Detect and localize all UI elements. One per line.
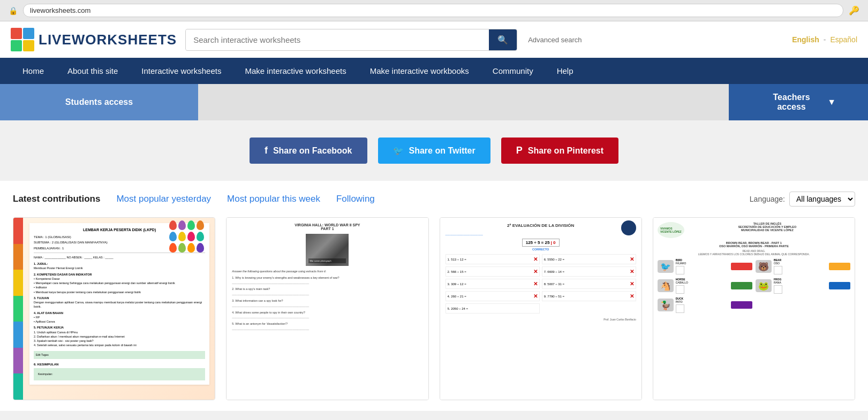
tab-popular-yesterday[interactable]: Most popular yesterday: [116, 194, 211, 204]
ws4-header: VIVAMOSVICENTE LÓPEZ TALLER DE INGLÉSSEC…: [658, 222, 850, 238]
students-access-button[interactable]: Students access: [0, 84, 198, 120]
lang-english[interactable]: English: [792, 35, 819, 44]
ws2-questions: Answer the following questions about the…: [232, 269, 422, 331]
nav-bar: Home About this site Interactive workshe…: [0, 58, 868, 84]
nav-about[interactable]: About this site: [56, 58, 130, 84]
pinterest-icon: P: [516, 145, 523, 156]
worksheet-preview-3: 2ª EVALUACIÓN DE LA DIVISIÓN ___________…: [440, 218, 641, 400]
share-twitter-button[interactable]: 🐦 Share on Twitter: [378, 138, 490, 164]
ws2-image: War scene photograph: [306, 234, 349, 266]
search-input[interactable]: [186, 30, 489, 50]
div-problem-8: 8. 5007 ÷ 31 = ✕: [542, 279, 636, 289]
share-twitter-label: Share on Twitter: [409, 146, 475, 156]
ws3-header: _______________________: [446, 232, 636, 235]
search-container: 🔍: [185, 29, 517, 51]
worksheets-grid: LEMBAR KERJA PESERTA DIDIK (LKPD) TEMA :…: [13, 217, 855, 400]
animal-horse: 🐴 HORSE CABALLO: [658, 278, 752, 294]
nav-help[interactable]: Help: [545, 58, 585, 84]
worksheet-preview-4: VIVAMOSVICENTE LÓPEZ TALLER DE INGLÉSSEC…: [653, 218, 855, 400]
browser-bar: 🔒 liveworksheets.com 🔑: [0, 0, 868, 21]
language-filter: Language: All languages: [750, 192, 855, 207]
facebook-icon: f: [265, 145, 268, 156]
tab-popular-week[interactable]: Most popular this week: [227, 194, 320, 204]
content-tabs: Latest contributions Most popular yester…: [13, 192, 855, 207]
div-problem-1: 1. 513 ÷ 12 = ✕: [446, 254, 540, 264]
language-select[interactable]: All languages: [789, 192, 855, 207]
nav-interactive-worksheets[interactable]: Interactive worksheets: [130, 58, 233, 84]
key-icon: 🔑: [849, 5, 859, 16]
div-problem-7: 7. 6609 ÷ 14 = ✕: [542, 266, 636, 277]
teachers-access-arrow: ▼: [827, 97, 836, 107]
lock-icon: 🔒: [9, 6, 18, 15]
share-facebook-label: Share on Facebook: [273, 146, 352, 156]
animal-frog: 🐸 FROG RANA: [756, 278, 850, 294]
div-problem-6: 6. 5550 ÷ 22 = ✕: [542, 254, 636, 264]
language-selector: English - Español: [792, 35, 857, 44]
logo-icon: [11, 28, 34, 51]
address-bar[interactable]: liveworksheets.com: [23, 4, 843, 17]
share-section: f Share on Facebook 🐦 Share on Twitter P…: [0, 120, 868, 181]
access-spacer: [198, 84, 729, 120]
division-grid: 1. 513 ÷ 12 = ✕ 6. 5550 ÷ 22 = ✕ 2. 566 …: [446, 254, 636, 314]
ws4-logo: VIVAMOSVICENTE LÓPEZ: [658, 222, 684, 238]
worksheet-balloons: [169, 220, 212, 253]
worksheet-preview-1: LEMBAR KERJA PESERTA DIDIK (LKPD) TEMA :…: [13, 218, 215, 400]
nav-community[interactable]: Community: [481, 58, 545, 84]
logo-text: LIVEWORKSHEETS: [39, 32, 177, 48]
ws2-title: VIRGINIA HALL: WORLD WAR II SPYPART 1: [232, 223, 422, 231]
worksheet-card-1[interactable]: LEMBAR KERJA PESERTA DIDIK (LKPD) TEMA :…: [13, 217, 215, 400]
share-pinterest-label: Share on Pinterest: [528, 146, 603, 156]
advanced-search-link[interactable]: Advanced search: [528, 36, 582, 44]
teachers-access-label: Teachers access: [761, 93, 822, 112]
worksheet-tabs-strip: [13, 218, 23, 400]
lang-separator: -: [824, 35, 826, 44]
search-icon: 🔍: [497, 35, 508, 44]
ws3-title: 2ª EVALUACIÓN DE LA DIVISIÓN: [446, 223, 636, 228]
div-problem-9: 9. 7790 ÷ 51 = ✕: [542, 291, 636, 301]
content-area: Latest contributions Most popular yester…: [0, 181, 868, 411]
language-label: Language:: [750, 195, 785, 203]
tab-following[interactable]: Following: [336, 194, 375, 204]
worksheet-card-3[interactable]: 2ª EVALUACIÓN DE LA DIVISIÓN ___________…: [440, 217, 642, 400]
share-facebook-button[interactable]: f Share on Facebook: [250, 138, 367, 164]
tab-latest: Latest contributions: [13, 194, 100, 204]
share-pinterest-button[interactable]: P Share on Pinterest: [501, 138, 618, 164]
division-sample: 125 ÷ 5 = 25 | 0 CORRECTO: [446, 239, 636, 251]
worksheet-preview-2: VIRGINIA HALL: WORLD WAR II SPYPART 1 Wa…: [227, 218, 428, 400]
header: LIVEWORKSHEETS 🔍 Advanced search English…: [0, 21, 868, 58]
div-problem-3: 3. 309 ÷ 12 = ✕: [446, 279, 540, 289]
worksheet-card-4[interactable]: VIVAMOSVICENTE LÓPEZ TALLER DE INGLÉSSEC…: [653, 217, 855, 400]
ws4-instruction: READ AND DRAG.LEEMOS Y ARRASTRAMOS LOS C…: [658, 249, 850, 256]
search-button[interactable]: 🔍: [489, 29, 517, 50]
nav-make-workbooks[interactable]: Make interactive workbooks: [358, 58, 481, 84]
div-problem-5: 5. 2050 ÷ 24 = ✕: [446, 303, 540, 314]
twitter-icon: 🐦: [393, 146, 404, 156]
lang-espanol[interactable]: Español: [830, 35, 857, 44]
ws4-title: BROWN BEAR, BROWN BEAR - PART 1OSO MARRÓ…: [658, 241, 850, 248]
logo[interactable]: LIVEWORKSHEETS: [11, 28, 177, 51]
animal-duck: 🦆 DUCK PATO: [658, 297, 752, 313]
div-spacer: [542, 303, 636, 314]
nav-home[interactable]: Home: [11, 58, 56, 84]
ws3-author: Prof. Juan Carlos Bonifacio: [446, 318, 636, 321]
animal-bird: 🐦 BIRD FÁJARO: [658, 258, 752, 274]
div-problem-4: 4. 260 ÷ 21 = ✕: [446, 291, 540, 301]
access-bar: Students access Teachers access ▼: [0, 84, 868, 120]
animal-bear: 🐻 BEAR OSO: [756, 258, 850, 274]
teachers-access-button[interactable]: Teachers access ▼: [729, 84, 868, 120]
ws4-animals-grid: 🐦 BIRD FÁJARO 🐻: [658, 258, 850, 313]
nav-make-worksheets[interactable]: Make interactive worksheets: [233, 58, 358, 84]
worksheet-card-2[interactable]: VIRGINIA HALL: WORLD WAR II SPYPART 1 Wa…: [226, 217, 428, 400]
div-problem-2: 2. 566 ÷ 15 = ✕: [446, 266, 540, 277]
